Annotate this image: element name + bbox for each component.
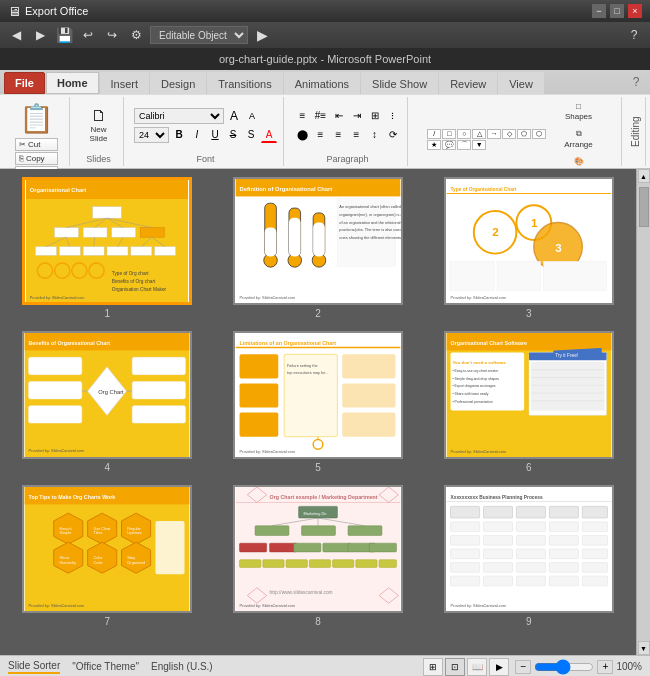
zoom-out-button[interactable]: − [515,660,531,674]
shape-curve[interactable]: ⌒ [457,140,471,150]
slide-item-9[interactable]: Xxxxxxxxxx Business Planning Process [429,485,628,627]
slide-thumb-6[interactable]: Organisational Chart Software You don't … [444,331,614,459]
slide-item-1[interactable]: Organisational Chart [8,177,207,319]
scroll-down-button[interactable]: ▼ [638,641,650,655]
tab-home[interactable]: Home [46,72,99,94]
underline-button[interactable]: U [207,127,223,143]
slide-sorter-tab[interactable]: Slide Sorter [8,660,60,674]
slide-thumb-4[interactable]: Benefits of Organisational Chart Org Cha… [22,331,192,459]
normal-view-button[interactable]: ⊞ [423,658,443,676]
shape-pentagon[interactable]: ⬠ [517,129,531,139]
shape-arrow[interactable]: → [487,129,501,139]
office-theme-label: "Office Theme" [72,661,139,672]
slide-item-7[interactable]: Top Tips to Make Org Charts Work Keep it… [8,485,207,627]
text-direction-button[interactable]: ⟳ [385,127,401,143]
bold-button[interactable]: B [171,127,187,143]
zoom-in-button[interactable]: + [597,660,613,674]
font-family-select[interactable]: Calibri [134,108,224,124]
tab-slideshow[interactable]: Slide Show [361,72,438,94]
font-color-button[interactable]: A [261,127,277,143]
copy-button[interactable]: ⎘ Copy [15,152,59,165]
tab-file[interactable]: File [4,72,45,94]
new-slide-button[interactable]: 🗋 NewSlide [85,105,113,146]
maximize-button[interactable]: □ [610,4,624,18]
justify-button[interactable]: ≡ [349,127,365,143]
slide-sorter-button[interactable]: ⊡ [445,658,465,676]
shape-more[interactable]: ▼ [472,140,486,150]
slide-item-6[interactable]: Organisational Chart Software You don't … [429,331,628,473]
tab-review[interactable]: Review [439,72,497,94]
forward-button[interactable]: ▶ [30,25,50,45]
shape-diamond[interactable]: ◇ [502,129,516,139]
settings-button[interactable]: ⚙ [126,25,146,45]
scroll-up-button[interactable]: ▲ [638,169,650,183]
back-button[interactable]: ◀ [6,25,26,45]
shadow-button[interactable]: S [243,127,259,143]
minimize-button[interactable]: − [592,4,606,18]
slideshow-view-button[interactable]: ▶ [489,658,509,676]
shapes-button[interactable]: □ Shapes [560,99,597,124]
align-center-button[interactable]: ≡ [313,127,329,143]
new-slide-icon: 🗋 [91,108,107,124]
save-button[interactable]: 💾 [54,25,74,45]
arrange-button[interactable]: ⧉ Arrange [559,126,597,152]
slide-thumb-8[interactable]: Org Chart example / Marketing Department… [233,485,403,613]
svg-rect-43 [313,223,325,257]
smartart-button[interactable]: ⊞ [367,108,383,124]
shape-hexagon[interactable]: ⬡ [532,129,546,139]
slide-item-4[interactable]: Benefits of Organisational Chart Org Cha… [8,331,207,473]
columns-button[interactable]: ⫶ [385,108,401,124]
increase-indent-button[interactable]: ⇥ [349,108,365,124]
scroll-thumb[interactable] [639,187,649,227]
zoom-slider[interactable] [534,661,594,673]
decrease-indent-button[interactable]: ⇤ [331,108,347,124]
vertical-scrollbar[interactable]: ▲ ▼ [636,169,650,655]
ribbon-help-button[interactable]: ? [626,72,646,92]
slide-thumb-5[interactable]: Limitations of an Organisational Chart F… [233,331,403,459]
tab-design[interactable]: Design [150,72,206,94]
undo-button[interactable]: ↩ [78,25,98,45]
shape-line[interactable]: / [427,129,441,139]
redo-button[interactable]: ↪ [102,25,122,45]
shape-oval[interactable]: ○ [457,129,471,139]
slide-thumb-2[interactable]: Definition of Organisational Chart An or… [233,177,403,305]
close-button[interactable]: × [628,4,642,18]
svg-text:Organisational Chart Software: Organisational Chart Software [450,340,527,346]
shape-triangle[interactable]: △ [472,129,486,139]
slide-thumb-9[interactable]: Xxxxxxxxxx Business Planning Process [444,485,614,613]
title-bar-controls[interactable]: − □ × [592,4,642,18]
slide-item-8[interactable]: Org Chart example / Marketing Department… [219,485,418,627]
slide-item-2[interactable]: Definition of Organisational Chart An or… [219,177,418,319]
font-size-select[interactable]: 24 [134,127,169,143]
font-size-up-button[interactable]: A [226,108,242,124]
align-left-button[interactable]: ⬤ [295,127,311,143]
slide-thumb-1[interactable]: Organisational Chart [22,177,192,305]
line-spacing-button[interactable]: ↕ [367,127,383,143]
tab-insert[interactable]: Insert [100,72,150,94]
align-right-button[interactable]: ≡ [331,127,347,143]
shape-rect[interactable]: □ [442,129,456,139]
go-button[interactable]: ▶ [252,25,272,45]
italic-button[interactable]: I [189,127,205,143]
tab-view[interactable]: View [498,72,544,94]
tab-animations[interactable]: Animations [284,72,360,94]
slide-thumb-7[interactable]: Top Tips to Make Org Charts Work Keep it… [22,485,192,613]
paste-button[interactable]: 📋 [12,99,61,138]
cut-button[interactable]: ✂ Cut [15,138,59,151]
address-bar: org-chart-guide.pptx - Microsoft PowerPo… [0,48,650,70]
reading-view-button[interactable]: 📖 [467,658,487,676]
slide-item-5[interactable]: Limitations of an Organisational Chart F… [219,331,418,473]
slide-item-3[interactable]: Type of Organisational Chart 2 1 3 Provi… [429,177,628,319]
slide-thumb-3[interactable]: Type of Organisational Chart 2 1 3 Provi… [444,177,614,305]
svg-rect-195 [582,563,607,573]
svg-rect-179 [549,522,578,532]
bullets-button[interactable]: ≡ [295,108,311,124]
numbering-button[interactable]: #≡ [313,108,329,124]
shape-callout[interactable]: 💬 [442,140,456,150]
object-dropdown[interactable]: Editable Object [150,26,248,44]
font-size-down-button[interactable]: A [244,108,260,124]
shape-star[interactable]: ★ [427,140,441,150]
help-button[interactable]: ? [624,25,644,45]
tab-transitions[interactable]: Transitions [207,72,282,94]
strikethrough-button[interactable]: S [225,127,241,143]
